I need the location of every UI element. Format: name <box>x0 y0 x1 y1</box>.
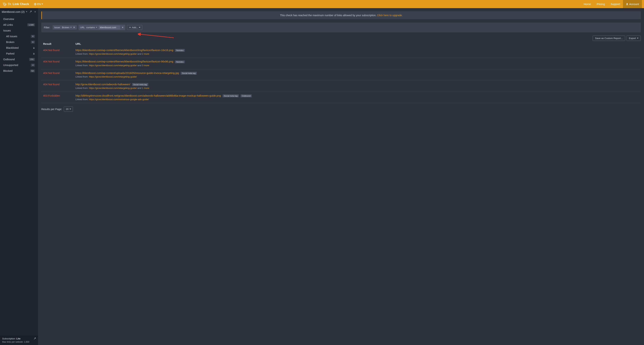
results-body: 404 Not foundhttps://klientboost.com/wp-… <box>41 46 641 103</box>
chevron-down-icon <box>96 27 97 28</box>
sidebar-item-all-links[interactable]: All Links1,500 <box>0 22 38 28</box>
filter-label: Filter: <box>44 26 50 29</box>
result-status: 403 Forbidden <box>43 94 60 97</box>
sidebar-item-label: All Links <box>3 23 13 26</box>
result-url-link[interactable]: http://d9hhrg4mnvzow.cloudfront.net/grow… <box>76 94 221 97</box>
topbar: Dr. Link Check EN Home Pricing Support A… <box>0 0 644 8</box>
nav-pricing[interactable]: Pricing <box>594 0 608 8</box>
logo[interactable]: Dr. Link Check <box>2 2 29 6</box>
count-badge: 53 <box>30 70 35 72</box>
result-tag: Social meta tag <box>223 94 239 97</box>
chevron-down-icon <box>139 27 140 28</box>
filter-url-input[interactable] <box>99 26 120 29</box>
linked-from-more[interactable]: 2 more <box>142 53 149 55</box>
result-url-link[interactable]: https://klientboost.com/wp-content/theme… <box>76 49 173 52</box>
user-icon <box>626 3 628 6</box>
site-selector[interactable]: klientboost.com (2) <box>0 8 38 16</box>
linked-from-link[interactable]: https://grow.klientboost.com/retargeting… <box>89 75 137 78</box>
results-per-page: Results per Page: 20 <box>41 107 641 112</box>
filter-bar: Filter: Issue: Broken ✕ URL contains ✕ A… <box>41 23 641 32</box>
result-tag: Social meta tag <box>181 72 197 75</box>
linked-from: Linked from: https://grow.klientboost.co… <box>76 75 639 78</box>
remove-filter-icon[interactable]: ✕ <box>73 26 75 29</box>
wrench-icon[interactable] <box>34 337 36 340</box>
result-tag: Noindex <box>175 61 185 63</box>
table-row: 404 Not foundhttps://klientboost.com/wp-… <box>41 69 641 81</box>
sidebar-item-parked[interactable]: Parked <box>0 51 38 57</box>
linked-from-link[interactable]: https://grow.klientboost.com/retargeting… <box>89 53 137 55</box>
sidebar: klientboost.com (2) OverviewAll Links1,5… <box>0 8 38 345</box>
filter-url-operator[interactable]: contains <box>86 26 97 29</box>
add-filter-button[interactable]: Add... <box>127 25 142 30</box>
results-per-page-label: Results per Page: <box>41 108 62 111</box>
subscription-note: Max links per website: 1,500 <box>2 341 36 343</box>
count-badge: 4 <box>31 64 35 67</box>
linked-from-more[interactable]: 3 more <box>142 64 149 67</box>
language-switcher[interactable]: EN <box>34 3 43 6</box>
result-url-link[interactable]: https://klientboost.com/wp-content/theme… <box>76 60 173 63</box>
result-url-link[interactable]: https://klientboost.com/wp-content/uploa… <box>76 72 179 75</box>
table-header: Result URL <box>41 42 641 46</box>
result-status: 404 Not found <box>43 83 60 86</box>
result-tag: Social meta tag <box>132 83 148 86</box>
sidebar-item-overview[interactable]: Overview <box>0 16 38 22</box>
table-row: 404 Not foundhttps://klientboost.com/wp-… <box>41 46 641 58</box>
nav-account[interactable]: Account <box>623 0 642 8</box>
sidebar-item-all-issues[interactable]: All Issues6 <box>0 34 38 39</box>
logo-text: Dr. Link Check <box>8 2 29 6</box>
globe-icon <box>34 3 36 6</box>
linked-from: Linked from: https://grow.klientboost.co… <box>76 98 639 101</box>
linked-from-link[interactable]: https://grow.klientboost.com/monstrous-g… <box>89 98 149 101</box>
linked-from-more[interactable]: 1 more <box>142 87 149 89</box>
language-label: EN <box>37 3 40 6</box>
site-label: klientboost.com (2) <box>2 10 24 13</box>
filter-issue-value[interactable]: Broken <box>62 26 72 29</box>
table-row: 404 Not foundhttps://klientboost.com/wp-… <box>41 58 641 69</box>
count-badge: 231 <box>29 58 35 61</box>
sidebar-item-label: Outbound <box>3 58 15 61</box>
table-row: 403 Forbiddenhttp://d9hhrg4mnvzow.cloudf… <box>41 92 641 103</box>
filter-chip-url[interactable]: URL contains ✕ <box>78 25 125 30</box>
chevron-down-icon[interactable] <box>26 11 27 12</box>
result-status: 404 Not found <box>43 60 60 63</box>
lock-icon <box>33 53 35 55</box>
nav-home[interactable]: Home <box>581 0 594 8</box>
export-button[interactable]: Export <box>626 36 641 41</box>
sidebar-item-blacklisted[interactable]: Blacklisted <box>0 45 38 51</box>
column-header-result[interactable]: Result <box>43 42 76 45</box>
linked-from: Linked from: https://grow.klientboost.co… <box>76 64 639 67</box>
chevron-down-icon <box>70 27 72 28</box>
sidebar-item-broken[interactable]: Broken6 <box>0 39 38 45</box>
linked-from-link[interactable]: https://grow.klientboost.com/retargeting… <box>89 87 137 89</box>
nav-support[interactable]: Support <box>608 0 623 8</box>
wrench-icon[interactable] <box>30 11 32 13</box>
stethoscope-icon <box>2 2 6 6</box>
sidebar-item-unsupported[interactable]: Unsupported4 <box>0 62 38 68</box>
sidebar-item-label: Blocked <box>3 70 12 72</box>
save-report-button[interactable]: Save as Custom Report... <box>592 36 625 41</box>
count-badge: 1,500 <box>27 23 35 26</box>
chevron-down-icon <box>70 109 71 110</box>
sidebar-item-label: Overview <box>3 18 14 21</box>
plus-icon[interactable] <box>34 11 36 13</box>
count-badge: 6 <box>31 35 35 38</box>
linked-from: Linked from: https://grow.klientboost.co… <box>76 87 639 89</box>
count-badge: 6 <box>31 41 35 44</box>
results-per-page-select[interactable]: 20 <box>64 107 73 112</box>
top-nav: Home Pricing Support Account <box>581 0 642 8</box>
chevron-down-icon <box>637 38 638 39</box>
sidebar-item-issues[interactable]: Issues <box>0 28 38 34</box>
upgrade-link[interactable]: Click here to upgrade. <box>377 14 403 17</box>
result-tag: Noindex <box>175 49 185 52</box>
filter-chip-issue[interactable]: Issue: Broken ✕ <box>53 25 77 30</box>
column-header-url[interactable]: URL <box>76 42 639 45</box>
sidebar-item-blocked[interactable]: Blocked53 <box>0 68 38 74</box>
upgrade-banner: This check has reached the maximum numbe… <box>41 11 641 19</box>
remove-filter-icon[interactable]: ✕ <box>122 26 124 29</box>
linked-from-link[interactable]: https://grow.klientboost.com/retargeting… <box>89 64 137 67</box>
subscription-label: Subscription: Lite <box>2 337 20 340</box>
sidebar-nav: OverviewAll Links1,500IssuesAll Issues6B… <box>0 16 38 335</box>
sidebar-item-outbound[interactable]: Outbound231 <box>0 57 38 62</box>
plus-icon <box>129 27 131 29</box>
result-url-link[interactable]: http://grow.klientboost.com/adwords-hall… <box>76 83 130 86</box>
